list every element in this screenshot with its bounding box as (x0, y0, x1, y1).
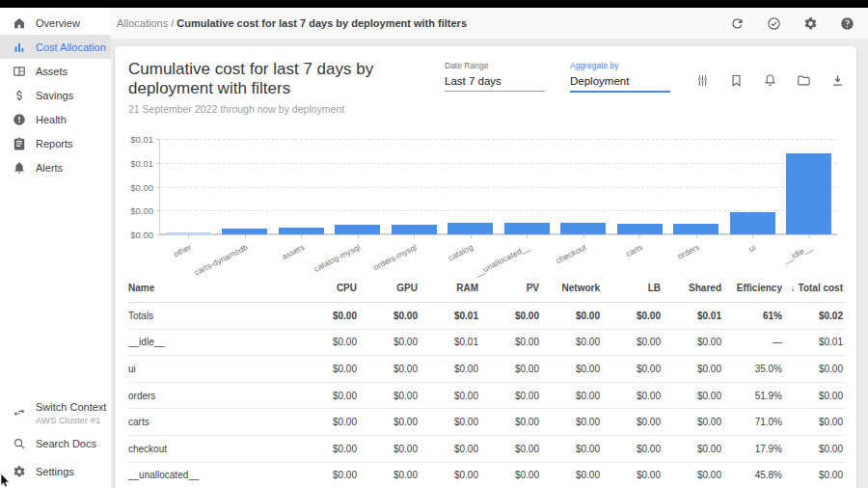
x-axis-label-catalog-mysql: catalog-mysql (312, 242, 362, 274)
date-range-select[interactable]: Date Range Last 7 days (445, 61, 545, 92)
help-icon[interactable] (840, 16, 854, 31)
x-axis-label-checkout: checkout (554, 242, 587, 265)
bar-orders[interactable] (673, 224, 719, 234)
y-axis-tick (156, 187, 160, 188)
table-row-carts[interactable]: carts$0.00$0.00$0.00$0.00$0.00$0.00$0.00… (128, 408, 845, 435)
aggregate-by-select[interactable]: Aggregate by Deployment (570, 61, 670, 93)
card-titles: Cumulative cost for last 7 days by deplo… (128, 60, 445, 115)
cell-shared: $0.01 (663, 311, 723, 321)
x-axis-label-ui: ui (746, 242, 756, 254)
table-row-totals[interactable]: Totals$0.00$0.00$0.01$0.00$0.00$0.00$0.0… (128, 302, 845, 329)
cell-pv: $0.00 (480, 337, 541, 347)
column-header-pv[interactable]: PV (480, 283, 541, 293)
download-icon[interactable] (830, 73, 845, 88)
bar-idle[interactable] (786, 153, 831, 234)
breadcrumb-parent[interactable]: Allocations (117, 17, 168, 29)
switch-context-icon (13, 407, 26, 420)
sidebar-item-savings[interactable]: Savings (0, 83, 111, 107)
folder-icon[interactable] (797, 73, 811, 88)
tune-sliders-icon[interactable] (695, 73, 710, 88)
row-name: carts (128, 417, 298, 427)
cell-shared: $0.00 (663, 444, 723, 454)
cell-total-cost: $0.02 (784, 311, 845, 321)
bar-carts[interactable] (617, 224, 663, 234)
bell-icon[interactable] (763, 73, 777, 88)
bar-catalog-mysql[interactable] (335, 225, 380, 234)
column-header-total-cost[interactable]: ↓Total cost (784, 283, 845, 293)
bar-checkout[interactable] (560, 223, 606, 234)
check-circle-icon[interactable] (767, 16, 781, 31)
cell-cpu: $0.00 (298, 364, 359, 374)
allocation-report-card: Cumulative cost for last 7 days by deplo… (115, 46, 856, 488)
sidebar-item-assets[interactable]: Assets (0, 59, 111, 83)
sidebar-item-alerts[interactable]: Alerts (0, 155, 111, 179)
x-axis-label-orders-mysql: orders-mysql (371, 242, 418, 272)
column-header-name[interactable]: Name (128, 283, 298, 293)
date-range-value[interactable]: Last 7 days (445, 75, 545, 92)
chart-gridline (160, 163, 837, 164)
table-row-unallocated[interactable]: __unallocated__$0.00$0.00$0.00$0.00$0.00… (128, 462, 845, 488)
alerts-bell-icon (13, 161, 26, 175)
sidebar-item-overview[interactable]: Overview (0, 11, 111, 35)
aggregate-by-value[interactable]: Deployment (570, 75, 670, 93)
x-axis-tick (696, 234, 697, 238)
aggregate-by-label: Aggregate by (570, 61, 670, 70)
x-axis-tick (414, 234, 415, 238)
cell-total-cost: $0.01 (784, 337, 845, 347)
bar-orders-mysql[interactable] (392, 225, 437, 234)
bar-ui[interactable] (730, 212, 775, 234)
breadcrumb-separator: / (171, 17, 174, 29)
cell-pv: $0.00 (480, 311, 541, 321)
column-header-efficiency[interactable]: Efficiency (723, 283, 784, 293)
cell-pv: $0.00 (480, 417, 541, 427)
x-axis-label-other: other (172, 242, 193, 259)
gear-icon[interactable] (803, 16, 818, 31)
bar-unallocated[interactable] (504, 223, 550, 234)
cell-gpu: $0.00 (359, 444, 420, 454)
cell-network: $0.00 (541, 470, 602, 480)
cell-lb: $0.00 (602, 337, 663, 347)
column-header-lb[interactable]: LB (602, 283, 663, 293)
table-row-ui[interactable]: ui$0.00$0.00$0.00$0.00$0.00$0.00$0.0035.… (128, 355, 845, 382)
x-axis-label-catalog: catalog (447, 242, 475, 262)
y-axis-tick-label: $0.01 (130, 134, 153, 145)
cell-gpu: $0.00 (359, 417, 420, 427)
table-row-checkout[interactable]: checkout$0.00$0.00$0.00$0.00$0.00$0.00$0… (128, 435, 845, 462)
cell-lb: $0.00 (602, 444, 663, 454)
x-axis-label-orders: orders (675, 242, 700, 261)
sidebar-item-label: Settings (36, 466, 74, 477)
sidebar-bottom-nav: Switch ContextAWS Cluster #1 Search Docs… (0, 399, 111, 483)
refresh-icon[interactable] (730, 16, 745, 31)
cell-pv: $0.00 (480, 444, 541, 454)
cell-network: $0.00 (541, 417, 602, 427)
search-icon (13, 437, 26, 450)
sidebar-item-label: Reports (36, 138, 73, 149)
bar-catalog[interactable] (448, 223, 493, 234)
bar-assets[interactable] (279, 228, 324, 234)
sidebar-item-switch-context[interactable]: Switch ContextAWS Cluster #1 (0, 399, 111, 427)
sidebar-item-settings[interactable]: Settings (0, 459, 111, 483)
home-icon (13, 16, 26, 30)
column-header-shared[interactable]: Shared (663, 283, 723, 293)
bookmark-icon[interactable] (729, 73, 744, 88)
cell-network: $0.00 (541, 444, 602, 454)
x-axis-tick (188, 234, 189, 238)
x-axis-tick (809, 234, 810, 238)
table-row-idle[interactable]: __idle__$0.00$0.00$0.01$0.00$0.00$0.00$0… (128, 329, 845, 356)
sidebar-item-reports[interactable]: Reports (0, 131, 111, 155)
cell-network: $0.00 (541, 311, 602, 321)
column-header-network[interactable]: Network (541, 283, 602, 293)
y-axis-tick (156, 163, 160, 164)
cell-total-cost: $0.00 (784, 470, 845, 480)
breadcrumb-current: Cumulative cost for last 7 days by deplo… (176, 17, 467, 29)
cell-cpu: $0.00 (298, 391, 359, 401)
sidebar-item-search-docs[interactable]: Search Docs (0, 431, 111, 455)
sidebar-item-cost-allocation[interactable]: Cost Allocation (0, 35, 111, 59)
column-header-ram[interactable]: RAM (420, 283, 480, 293)
row-name: orders (128, 391, 298, 401)
cell-network: $0.00 (541, 337, 602, 347)
sidebar-item-health[interactable]: Health (0, 107, 111, 131)
column-header-gpu[interactable]: GPU (359, 283, 420, 293)
table-row-orders[interactable]: orders$0.00$0.00$0.00$0.00$0.00$0.00$0.0… (128, 382, 845, 409)
column-header-cpu[interactable]: CPU (298, 283, 359, 293)
